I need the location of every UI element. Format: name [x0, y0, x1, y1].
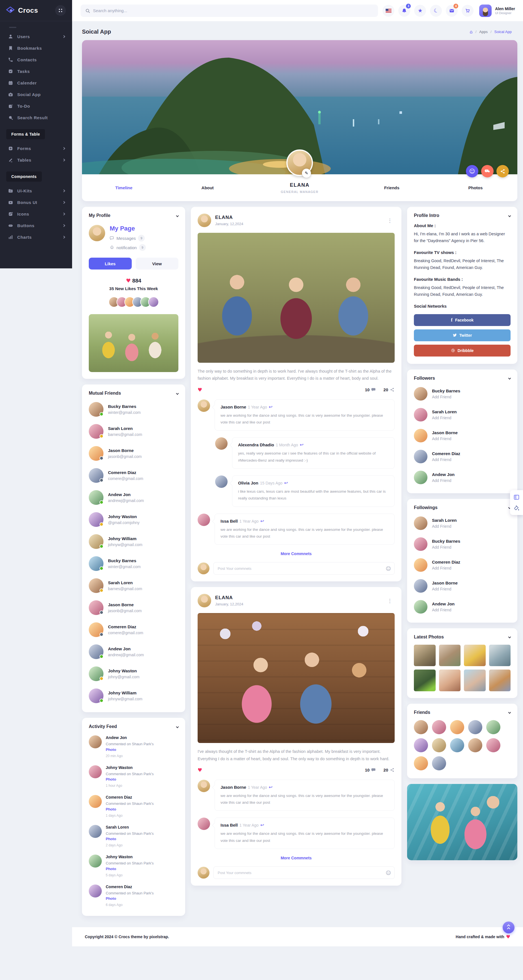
like-heart-icon[interactable]: ♥ — [198, 767, 202, 773]
photo-thumbnail[interactable] — [439, 645, 461, 667]
list-item[interactable]: Bucky Barnes winter@gmail.com — [89, 556, 179, 571]
photo-thumbnail[interactable] — [439, 670, 461, 691]
activity-photo-link[interactable]: Photo — [106, 867, 153, 871]
liked-user-avatar[interactable] — [148, 297, 159, 307]
sidebar-item-calender[interactable]: Calender — [0, 77, 72, 89]
add-friend-link[interactable]: Add Friend — [432, 395, 460, 399]
reply-icon[interactable]: ↩ — [269, 404, 273, 410]
add-friend-link[interactable]: Add Friend — [432, 457, 460, 462]
notifications-button[interactable]: 3 — [398, 5, 410, 17]
my-page-link[interactable]: My Page — [110, 225, 146, 232]
friend-avatar[interactable] — [450, 720, 464, 734]
photo-thumbnail[interactable] — [464, 645, 486, 667]
photo-thumbnail[interactable] — [464, 670, 486, 691]
user-menu[interactable]: Alen Miller UI Designer — [479, 5, 515, 17]
chevron-down-icon[interactable] — [508, 711, 511, 714]
edit-avatar-button[interactable]: ✎ — [302, 169, 311, 178]
sidebar-item-search-result[interactable]: Search Result — [0, 112, 72, 124]
photo-thumbnail[interactable] — [489, 670, 511, 691]
list-item[interactable]: Johny Waston @gmail.comjohny — [89, 512, 179, 527]
activity-photo-link[interactable]: Photo — [106, 807, 153, 811]
add-friend-link[interactable]: Add Friend — [432, 545, 460, 549]
add-friend-link[interactable]: Add Friend — [432, 587, 458, 591]
reply-icon[interactable]: ↩ — [269, 784, 273, 790]
avatar[interactable] — [198, 594, 211, 608]
add-friend-link[interactable]: Add Friend — [432, 608, 454, 612]
notification-row[interactable]: notification 9 — [110, 244, 146, 251]
more-comments-link[interactable]: More Commnets — [198, 856, 395, 860]
tab-about[interactable]: About — [166, 185, 249, 190]
list-item[interactable]: Johny William johnyw@gmail.com — [89, 689, 179, 703]
twitter-button[interactable]: Twitter — [414, 329, 510, 341]
photo-thumbnail[interactable] — [489, 645, 511, 667]
sidebar-item-bonus-ui[interactable]: Bonus UI — [0, 197, 72, 208]
tab-photos[interactable]: Photos — [434, 185, 517, 190]
list-item[interactable]: Andew Jon andrewj@gmail.com — [89, 490, 179, 505]
scroll-top-button[interactable] — [503, 921, 515, 933]
add-friend-link[interactable]: Add Friend — [432, 436, 458, 441]
friend-avatar[interactable] — [486, 720, 501, 734]
chevron-down-icon[interactable] — [508, 377, 511, 380]
sidebar-item-tables[interactable]: Tables — [0, 154, 72, 166]
sidebar-item-social-app[interactable]: Social App — [0, 89, 72, 100]
language-flag-button[interactable] — [383, 5, 394, 17]
friend-avatar[interactable] — [432, 720, 446, 734]
list-item[interactable]: Comeren Diaz comere@gmail.com — [89, 622, 179, 637]
chevron-down-icon[interactable] — [176, 392, 179, 395]
list-item[interactable]: Johny Waston johny@gmail.com — [89, 667, 179, 681]
emoji-icon[interactable]: ☺ — [386, 566, 391, 571]
emoji-icon[interactable]: ☺ — [386, 870, 391, 876]
sidebar-item-users[interactable]: Users — [0, 31, 72, 42]
post-menu-button[interactable]: ⋮ — [385, 597, 395, 605]
photo-thumbnail[interactable] — [414, 670, 436, 691]
list-item[interactable]: Comeren Diaz comere@gmail.com — [89, 468, 179, 483]
sidebar-item-buttons[interactable]: Buttons — [0, 220, 72, 231]
comments-stat[interactable]: 10 — [365, 387, 376, 392]
facebook-button[interactable]: fFacebook — [414, 314, 510, 326]
dribbble-button[interactable]: Dribbble — [414, 345, 510, 356]
activity-photo-link[interactable]: Photo — [106, 777, 153, 781]
sidebar-item-icons[interactable]: Icons — [0, 208, 72, 220]
add-friend-link[interactable]: Add Friend — [432, 566, 460, 570]
friend-avatar[interactable] — [432, 756, 446, 770]
chat-button[interactable] — [481, 165, 494, 177]
friend-avatar[interactable] — [414, 756, 428, 770]
activity-photo-link[interactable]: Photo — [106, 896, 153, 900]
breadcrumb-current[interactable]: Soical App — [494, 30, 512, 34]
sidebar-item-forms[interactable]: Forms — [0, 143, 72, 154]
messages-row[interactable]: Messages 9 — [110, 235, 146, 242]
like-heart-icon[interactable]: ♥ — [198, 387, 202, 393]
sidebar-item-ui-kits[interactable]: Ui-Kits — [0, 185, 72, 197]
sidebar-toggle-button[interactable] — [55, 5, 66, 16]
list-item[interactable]: Sarah Loren barnes@gmail.com — [89, 424, 179, 439]
more-comments-link[interactable]: More Commnets — [198, 552, 395, 556]
list-item[interactable]: Bucky Barnes winter@gmail.com — [89, 402, 179, 417]
add-friend-link[interactable]: Add Friend — [432, 415, 457, 420]
app-logo[interactable]: Crocs — [7, 6, 38, 14]
chevron-down-icon[interactable] — [508, 214, 511, 217]
add-friend-link[interactable]: Add Friend — [432, 524, 457, 528]
list-item[interactable]: Johny William johnyw@gmail.com — [89, 534, 179, 549]
photo-thumbnail[interactable] — [414, 645, 436, 667]
friend-avatar[interactable] — [450, 738, 464, 752]
friend-avatar[interactable] — [432, 738, 446, 752]
dark-mode-button[interactable]: ☾ — [430, 5, 442, 17]
reply-icon[interactable]: ↩ — [260, 519, 264, 524]
list-item[interactable]: Sarah Loren barnes@gmail.com — [89, 578, 179, 593]
view-button[interactable]: View — [136, 258, 179, 269]
share-button[interactable] — [496, 165, 509, 177]
reply-icon[interactable]: ↩ — [300, 442, 303, 447]
sidebar-item-charts[interactable]: Charts — [0, 231, 72, 243]
tab-timeline[interactable]: Timeline — [82, 185, 166, 190]
reply-icon[interactable]: ↩ — [260, 822, 264, 828]
shares-stat[interactable]: 20 — [383, 768, 395, 772]
activity-photo-link[interactable]: Photo — [106, 748, 153, 752]
bookmark-button[interactable]: ★ — [414, 5, 426, 17]
layout-settings-icon[interactable] — [513, 494, 520, 500]
search-input[interactable] — [93, 8, 373, 13]
chevron-down-icon[interactable] — [176, 725, 179, 728]
comment-input[interactable] — [214, 562, 395, 574]
home-icon[interactable]: ⌂ — [470, 29, 473, 35]
messages-button[interactable]: 4 — [446, 5, 458, 17]
sidebar-item-contacts[interactable]: Contacts — [0, 54, 72, 65]
